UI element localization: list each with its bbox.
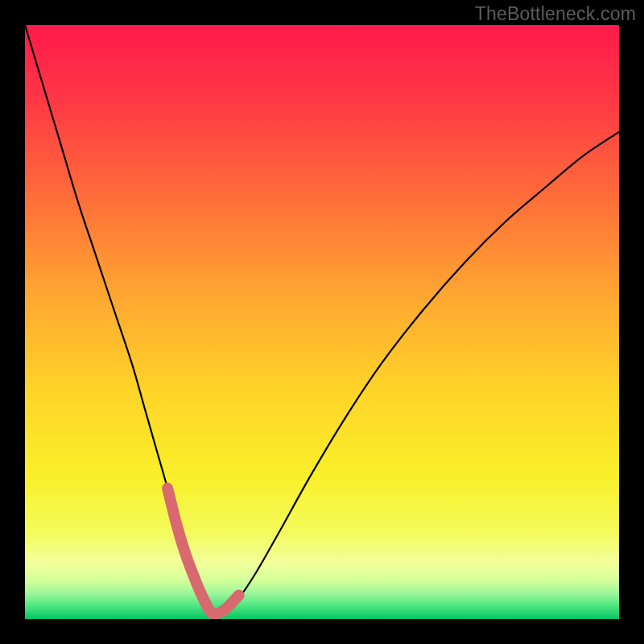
chart-frame: TheBottleneck.com (0, 0, 644, 644)
chart-svg (0, 0, 644, 644)
watermark-text: TheBottleneck.com (475, 3, 636, 25)
gradient-bg (25, 25, 619, 619)
